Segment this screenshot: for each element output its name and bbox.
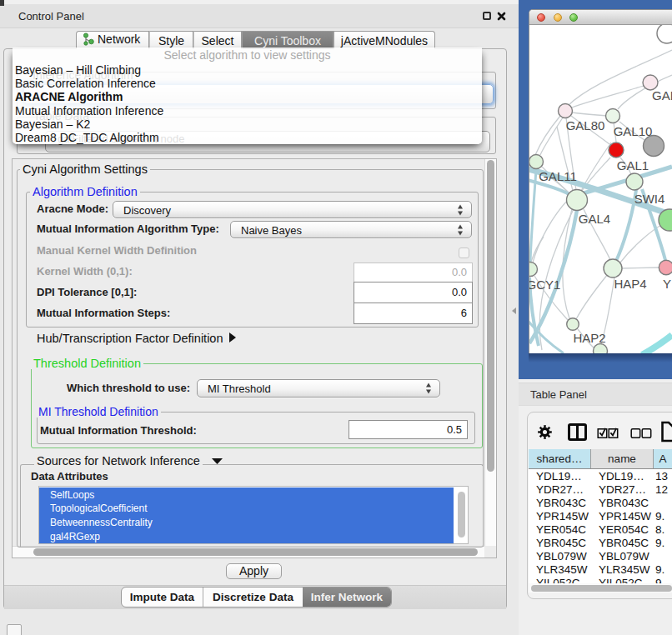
svg-text:GAL10: GAL10	[614, 124, 653, 138]
svg-text:HAP2: HAP2	[573, 331, 605, 345]
svg-text:GAL: GAL	[652, 88, 672, 102]
svg-text:Y: Y	[663, 277, 671, 291]
svg-text:GCY1: GCY1	[529, 278, 560, 292]
svg-text:GAL4: GAL4	[579, 212, 610, 226]
svg-text:GAL1: GAL1	[617, 158, 649, 172]
svg-text:HAP4: HAP4	[614, 277, 646, 291]
svg-text:SWI4: SWI4	[634, 192, 665, 206]
svg-text:GAL80: GAL80	[566, 118, 605, 132]
svg-text:GAL11: GAL11	[539, 169, 577, 183]
